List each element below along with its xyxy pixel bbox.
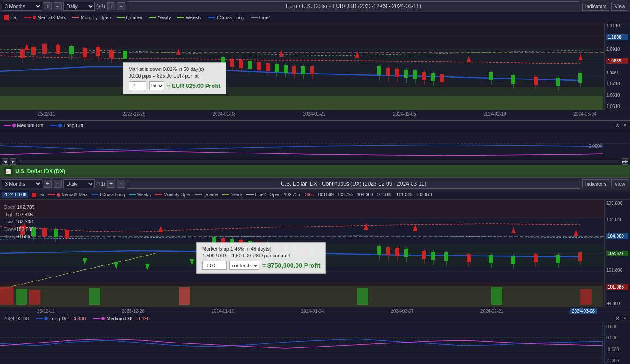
medium-diff-line-1 bbox=[0, 151, 603, 156]
svg-rect-43 bbox=[239, 60, 243, 68]
price-0910: 1.0910 bbox=[606, 47, 628, 52]
neural-icon-2 bbox=[48, 194, 55, 195]
svg-rect-152 bbox=[431, 252, 435, 260]
osc-long-diff-2: Long.Diff -0.438 bbox=[36, 316, 86, 321]
svg-rect-59 bbox=[310, 66, 314, 74]
legend-bar-2: Bar bbox=[32, 192, 45, 197]
offset-minus-1[interactable]: − bbox=[117, 2, 125, 10]
osc-scale-2: 0.500 0.000 -0.500 -1.000 bbox=[604, 323, 630, 364]
chart-area-2[interactable]: Open 102.735 High 102.865 Low 102.300 Cl… bbox=[0, 200, 630, 307]
osc-legend-2: 2024-03-08 Long.Diff -0.438 Medium.Diff … bbox=[0, 314, 630, 323]
chart-wrapper-1: Market is down 0.82% in 50 day(s) 90.00 … bbox=[0, 22, 630, 110]
chart-title-2: U.S. Dollar IDX - Continuous (DX) (2023-… bbox=[127, 179, 580, 189]
legend-neural-label-1: NeuralX.Max bbox=[38, 15, 66, 20]
svg-rect-156 bbox=[467, 254, 471, 262]
osc-settings-2[interactable]: × bbox=[623, 315, 626, 322]
unit-select-p1[interactable]: lot bbox=[149, 81, 164, 90]
date2-3: 2024-01-10 bbox=[211, 309, 234, 314]
svg-rect-173 bbox=[357, 288, 368, 305]
svg-rect-11 bbox=[20, 49, 25, 58]
svg-rect-53 bbox=[284, 65, 288, 73]
qty-input-p1[interactable] bbox=[129, 81, 146, 90]
period-minus-2[interactable]: − bbox=[54, 180, 62, 188]
legend-yearly-1: Yearly bbox=[149, 15, 171, 20]
svg-rect-104 bbox=[54, 229, 58, 237]
period-select-2[interactable]: 3 Months bbox=[2, 179, 42, 188]
offset-label-2: (+1) bbox=[96, 181, 105, 186]
period-minus-1[interactable]: − bbox=[54, 2, 62, 10]
legend-tcross-label-1: TCross.Long bbox=[217, 15, 245, 20]
indicators-btn-2[interactable]: Indicators bbox=[582, 179, 610, 188]
svg-rect-150 bbox=[422, 251, 426, 259]
svg-rect-57 bbox=[301, 66, 305, 74]
price-0710: 1.0710 bbox=[606, 81, 628, 86]
ohlc-low: 102.300 bbox=[15, 219, 33, 224]
osc-close-2[interactable]: ✕ bbox=[615, 315, 620, 322]
osc-svg-2 bbox=[0, 323, 604, 364]
price2-1: 105.800 bbox=[606, 201, 628, 206]
chart-title-1: Euro / U.S. Dollar - EUR/USD (2023-12-09… bbox=[127, 1, 580, 11]
date-badge-2: 2024-03-08 bbox=[2, 192, 28, 198]
svg-rect-175 bbox=[580, 289, 592, 305]
timeframe-select-2[interactable]: Daily bbox=[63, 179, 95, 188]
svg-rect-146 bbox=[395, 248, 399, 256]
period-plus-1[interactable]: + bbox=[44, 2, 52, 10]
tooltip-calc-p1: lot = EUR 825.00 Profit bbox=[129, 81, 221, 90]
date2-6: 2024-02-21 bbox=[480, 309, 503, 314]
svg-rect-142 bbox=[377, 246, 381, 255]
date-3: 2024-01-08 bbox=[213, 112, 235, 116]
scroll-end-right-1[interactable]: ▶▶ bbox=[622, 158, 628, 165]
period-select-1[interactable]: 3 Months bbox=[2, 2, 42, 11]
legend-neural-2: NeuralX.Max bbox=[48, 192, 88, 197]
scroll-left-1[interactable]: ◀ bbox=[2, 158, 8, 165]
panel1-toolbar: 3 Months + − Daily (+1) + − Euro / U.S. … bbox=[0, 0, 630, 12]
date-7: 2024-03-04 bbox=[573, 112, 596, 116]
scroll-right-1[interactable]: ▶ bbox=[10, 158, 16, 165]
osc-legend-1: Medium.Diff Long.Diff ✕ × bbox=[0, 121, 630, 130]
view-btn-2[interactable]: View bbox=[611, 179, 628, 188]
period-plus-2[interactable]: + bbox=[44, 180, 52, 188]
unit-select-p2[interactable]: contracts bbox=[229, 261, 259, 270]
long-diff-label-1: Long.Diff bbox=[63, 123, 83, 128]
timeframe-select-1[interactable]: Daily bbox=[63, 2, 95, 11]
svg-rect-79 bbox=[511, 75, 515, 84]
osc-svg-1 bbox=[0, 130, 630, 157]
svg-rect-0 bbox=[0, 22, 630, 49]
chart-area-1[interactable]: Market is down 0.82% in 50 day(s) 90.00 … bbox=[0, 22, 630, 110]
offset-minus-2[interactable]: − bbox=[117, 180, 125, 188]
medium-diff-icon-1 bbox=[4, 125, 11, 126]
svg-rect-21 bbox=[83, 48, 87, 57]
bar-icon-1 bbox=[4, 15, 9, 20]
tooltip-calc-p2: contracts = $750,000.00 Profit bbox=[202, 261, 320, 270]
offset-plus-2[interactable]: + bbox=[107, 180, 115, 188]
tooltip-line2-p2: 1.500 USD = 1,500.00 USD per contract bbox=[202, 253, 320, 258]
svg-rect-144 bbox=[386, 247, 390, 255]
ohlc-open: 102.735 bbox=[17, 204, 35, 210]
legend-line2-2: Line2 bbox=[246, 192, 266, 197]
svg-rect-169 bbox=[16, 289, 27, 305]
svg-rect-170 bbox=[29, 290, 40, 305]
svg-rect-172 bbox=[179, 287, 190, 305]
qty-input-p2[interactable] bbox=[202, 261, 227, 270]
legend-line1-label-1: Line1 bbox=[259, 15, 271, 20]
medium-diff-icon-2 bbox=[93, 318, 100, 319]
view-btn-1[interactable]: View bbox=[611, 2, 628, 11]
long-diff-dot-1 bbox=[58, 124, 62, 127]
quarter-line-1 bbox=[117, 17, 125, 18]
scrollbar-1[interactable] bbox=[20, 160, 618, 163]
osc-close-1[interactable]: ✕ bbox=[615, 122, 620, 128]
indicators-btn-1[interactable]: Indicators bbox=[582, 2, 610, 11]
price-scale-1: 1.1110 1.1038 1.0910 1.0839 1.0863 1.071… bbox=[604, 22, 630, 110]
legend-monthly-2: Monthly Open bbox=[155, 192, 191, 197]
yearly-icon-2 bbox=[222, 194, 229, 195]
offset-plus-1[interactable]: + bbox=[107, 2, 115, 10]
symbol-icon-2: 📈 bbox=[4, 167, 13, 176]
medium-diff-label-2: Medium.Diff bbox=[106, 316, 132, 321]
long-diff-val-2: -0.438 bbox=[72, 316, 86, 321]
date-6: 2024-02-19 bbox=[483, 112, 506, 116]
osc-settings-1[interactable]: × bbox=[623, 122, 626, 128]
open-val-2: 102.735 bbox=[284, 192, 300, 197]
ref-val6-2: 102.678 bbox=[416, 192, 432, 197]
bar-icon-2 bbox=[32, 193, 36, 197]
long-diff-icon-1 bbox=[50, 125, 57, 126]
